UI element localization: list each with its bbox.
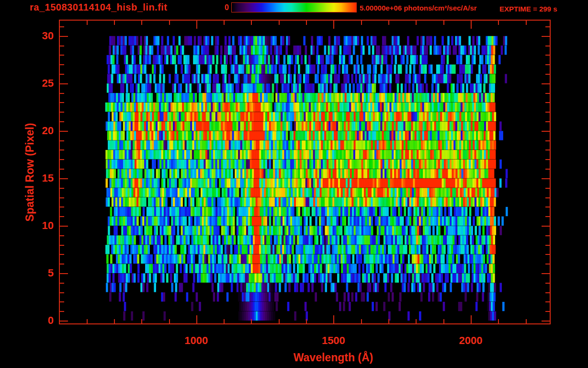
axis-tick [361,21,362,25]
axis-tick [545,112,550,113]
y-tick-label: 0 [20,314,54,327]
axis-tick [542,226,550,227]
axis-tick [333,315,334,323]
axis-tick [279,21,280,25]
axis-tick [388,319,389,323]
axis-tick [60,301,64,302]
axis-tick [545,292,550,293]
spectrogram-viewer: ra_150830114104_hisb_lin.fit 0 5.00000e+… [0,0,588,368]
axis-tick [60,188,64,189]
axis-tick [60,169,64,170]
axis-tick [306,319,307,323]
axis-tick [114,21,115,25]
axis-tick [60,150,64,150]
axis-tick [60,264,64,264]
axis-tick [542,83,550,84]
axis-tick [60,93,64,94]
colorbar-max-label: 5.00000e+06 photons/cm²/sec/A/sr [360,4,477,12]
file-title: ra_150830114104_hisb_lin.fit [30,2,168,13]
axis-tick [60,216,64,217]
axis-tick [60,26,64,27]
x-axis-title: Wavelength (Å) [271,351,396,364]
axis-tick [542,321,550,322]
axis-tick [60,83,68,84]
axis-tick [333,21,334,29]
axis-tick [60,226,68,227]
axis-tick [443,21,444,25]
axis-tick [60,245,64,246]
axis-tick [60,254,64,255]
axis-tick [545,254,550,255]
axis-tick [60,273,68,274]
axis-tick [545,283,550,284]
axis-tick [60,64,64,65]
axis-tick [251,21,252,25]
axis-tick [498,21,499,25]
axis-tick [416,21,417,25]
axis-tick [60,197,64,198]
axis-tick [471,21,472,29]
axis-tick [545,26,550,27]
axis-tick [471,315,472,323]
axis-tick [545,264,550,264]
axis-tick [545,150,550,150]
axis-tick [545,93,550,94]
axis-tick [60,121,64,122]
axis-tick [545,55,550,56]
axis-tick [498,319,499,323]
axis-tick [60,36,68,37]
y-tick-label: 30 [20,30,54,42]
axis-tick [545,46,550,46]
axis-tick [87,319,88,323]
axis-tick [224,21,225,25]
axis-tick [169,21,170,25]
axis-tick [169,319,170,323]
axis-tick [545,245,550,246]
axis-tick [60,321,68,322]
axis-tick [542,178,550,179]
axis-tick [60,131,68,132]
axis-tick [545,311,550,312]
axis-tick [545,74,550,75]
axis-tick [141,319,142,323]
axis-tick [60,235,64,236]
axis-tick [545,216,550,217]
axis-tick [388,21,389,25]
x-tick-label: 2000 [442,334,499,347]
axis-tick [141,21,142,25]
axis-tick [545,169,550,170]
axis-tick [60,283,64,284]
axis-tick [545,64,550,65]
axis-tick [60,55,64,56]
axis-tick [545,140,550,141]
y-tick-label: 20 [20,125,54,137]
axis-tick [443,319,444,323]
axis-tick [60,207,64,207]
exptime-label: EXPTIME = 299 s [499,5,557,13]
axis-tick [60,311,64,312]
axis-tick [60,178,68,179]
axis-tick [526,319,527,323]
axis-tick [87,21,88,25]
axis-tick [306,21,307,25]
axis-tick [545,159,550,160]
axis-tick [60,292,64,293]
axis-tick [361,319,362,323]
axis-tick [279,319,280,323]
axis-tick [60,140,64,141]
colorbar-gradient [231,2,357,12]
axis-tick [545,121,550,122]
axis-tick [545,207,550,207]
axis-tick [526,21,527,25]
x-tick-label: 1000 [168,334,225,347]
colorbar-min-label: 0 [215,3,229,12]
axis-tick [251,319,252,323]
axis-tick [542,36,550,37]
axis-tick [60,74,64,75]
axis-tick [60,102,64,103]
y-tick-label: 15 [20,172,54,184]
axis-tick [545,197,550,198]
plot-frame [59,20,551,324]
y-tick-label: 10 [20,219,54,232]
axis-tick [196,315,197,323]
